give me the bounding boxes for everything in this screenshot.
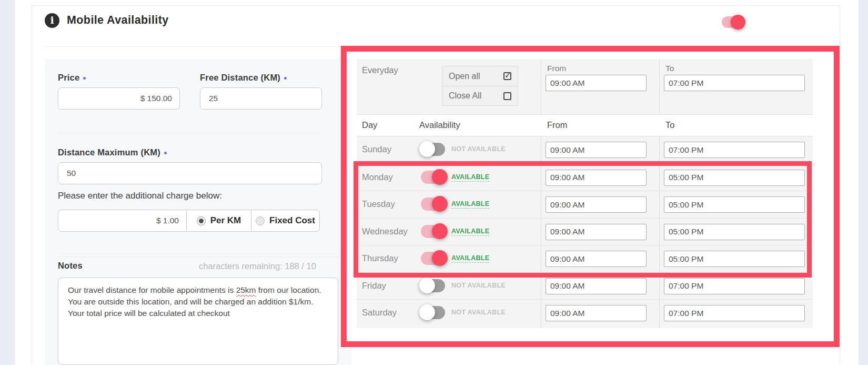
availability-status: NOT AVAILABLE xyxy=(451,145,506,153)
day-label: Thursday xyxy=(362,253,398,263)
charge-option-label: Fixed Cost xyxy=(269,215,315,226)
toggle-knob xyxy=(432,223,448,239)
from-input[interactable] xyxy=(546,305,647,321)
availability-status: AVAILABLE xyxy=(451,200,489,209)
notes-textarea[interactable]: Our travel distance for mobile appointme… xyxy=(58,278,338,365)
page-title: Mobile Availability xyxy=(67,14,169,27)
required-dot-icon xyxy=(284,77,287,80)
col-header-from: From xyxy=(547,120,568,130)
charge-option-1[interactable]: Fixed Cost xyxy=(251,210,319,231)
everyday-to-input[interactable] xyxy=(664,75,805,91)
mobile-availability-toggle[interactable] xyxy=(722,16,743,28)
open-all-label: Open all xyxy=(449,72,480,81)
everyday-from-label: From xyxy=(547,64,566,73)
open-all-checkbox[interactable] xyxy=(503,72,511,80)
from-input[interactable] xyxy=(546,278,647,294)
to-input[interactable] xyxy=(664,170,805,186)
schedule-row-monday: Monday AVAILABLE xyxy=(357,164,813,191)
price-input[interactable] xyxy=(58,87,180,110)
required-dot-icon xyxy=(83,77,86,80)
schedule-row-tuesday: Tuesday AVAILABLE xyxy=(357,191,813,218)
open-all-button[interactable]: Open all xyxy=(442,66,518,86)
day-label: Sunday xyxy=(362,144,391,154)
from-input[interactable] xyxy=(546,170,647,186)
toggle-knob xyxy=(419,141,435,157)
notes-misspelled-word: 25km xyxy=(236,285,256,294)
to-input[interactable] xyxy=(664,224,805,240)
to-input[interactable] xyxy=(664,251,805,267)
close-all-button[interactable]: Close All xyxy=(442,86,518,105)
col-header-availability: Availability xyxy=(419,120,460,130)
everyday-from-input[interactable] xyxy=(546,75,647,91)
from-input[interactable] xyxy=(546,142,647,158)
distance-max-input[interactable] xyxy=(58,162,322,184)
additional-charge-input[interactable] xyxy=(58,210,186,231)
header-divider xyxy=(45,46,813,47)
toggle-knob xyxy=(419,278,435,293)
radio-icon[interactable] xyxy=(197,216,206,225)
close-all-label: Close All xyxy=(449,91,481,101)
additional-charge-row: Per KM Fixed Cost xyxy=(58,210,320,232)
day-label: Saturday xyxy=(362,308,397,318)
charge-option-0[interactable]: Per KM xyxy=(186,210,251,231)
toggle-knob xyxy=(432,169,448,185)
toggle-knob xyxy=(419,304,435,320)
everyday-to-label: To xyxy=(665,64,674,73)
everyday-label: Everyday xyxy=(362,65,398,75)
schedule-row-saturday: Saturday NOT AVAILABLE xyxy=(357,299,813,327)
schedule-row-wednesday: Wednesday AVAILABLE xyxy=(357,218,813,245)
availability-status: NOT AVAILABLE xyxy=(451,282,506,289)
price-label: Price xyxy=(58,73,86,83)
schedule-rows: Sunday NOT AVAILABLE Monday AVAILABLE Tu… xyxy=(357,136,813,327)
availability-status: AVAILABLE xyxy=(451,254,489,263)
availability-toggle[interactable] xyxy=(421,143,445,156)
day-label: Monday xyxy=(362,172,393,182)
availability-status: AVAILABLE xyxy=(451,228,489,236)
open-close-block: Open all Close All xyxy=(442,66,518,106)
schedule-row-friday: Friday NOT AVAILABLE xyxy=(357,272,813,300)
info-icon[interactable]: i xyxy=(45,13,59,28)
availability-toggle[interactable] xyxy=(421,225,445,238)
to-input[interactable] xyxy=(664,305,805,321)
availability-toggle[interactable] xyxy=(421,279,445,292)
from-input[interactable] xyxy=(546,251,647,267)
additional-charge-prompt: Please enter the additional charge below… xyxy=(58,191,222,201)
day-label: Wednesday xyxy=(362,226,408,236)
toggle-knob xyxy=(432,250,448,266)
required-dot-icon xyxy=(164,152,167,154)
free-distance-label: Free Distance (KM) xyxy=(200,73,287,83)
free-distance-input[interactable] xyxy=(200,87,322,110)
section-divider xyxy=(58,257,338,257)
availability-toggle[interactable] xyxy=(421,252,445,265)
from-input[interactable] xyxy=(546,224,647,240)
to-input[interactable] xyxy=(664,142,805,158)
to-input[interactable] xyxy=(664,196,805,213)
availability-toggle[interactable] xyxy=(421,198,445,211)
availability-toggle[interactable] xyxy=(421,171,445,184)
toggle-knob xyxy=(731,15,745,29)
availability-toggle[interactable] xyxy=(421,306,445,319)
radio-icon[interactable] xyxy=(256,216,265,225)
from-input[interactable] xyxy=(546,196,647,213)
col-header-to: To xyxy=(665,120,674,130)
day-label: Tuesday xyxy=(362,199,395,209)
toggle-knob xyxy=(432,196,448,212)
notes-label: Notes xyxy=(58,261,83,271)
availability-status: AVAILABLE xyxy=(451,173,489,182)
characters-remaining: characters remaining: 188 / 10 xyxy=(199,261,340,271)
distance-max-label: Distance Maximum (KM) xyxy=(58,147,167,157)
day-label: Friday xyxy=(362,281,386,291)
notes-text: Our travel distance for mobile appointme… xyxy=(68,285,236,294)
schedule-header-row: Day Availability From To xyxy=(357,114,813,136)
schedule-row-thursday: Thursday AVAILABLE xyxy=(357,245,813,272)
close-all-checkbox[interactable] xyxy=(503,92,511,100)
section-divider xyxy=(58,133,322,133)
schedule-row-sunday: Sunday NOT AVAILABLE xyxy=(357,136,813,164)
to-input[interactable] xyxy=(664,278,805,294)
col-header-day: Day xyxy=(362,120,377,130)
charge-option-label: Per KM xyxy=(210,215,241,226)
availability-status: NOT AVAILABLE xyxy=(451,309,506,316)
